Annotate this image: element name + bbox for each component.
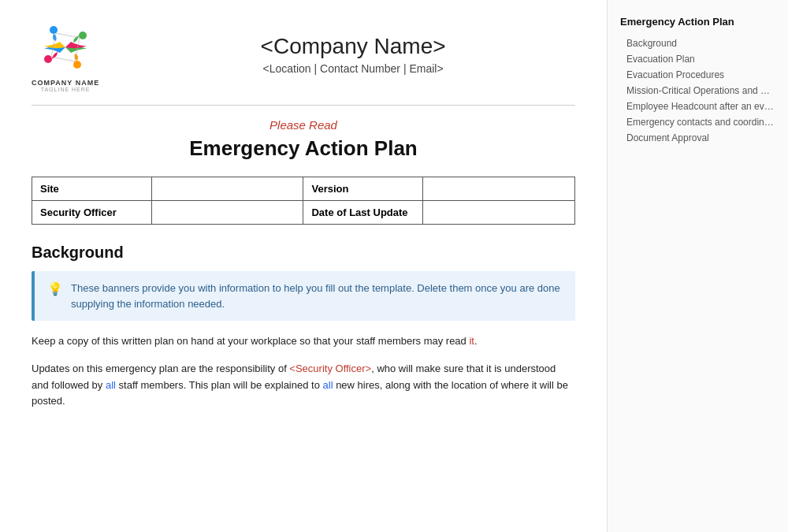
logo-company-name: COMPANY NAME [32, 79, 99, 87]
please-read-label: Please Read [32, 118, 575, 132]
table-row-2: Security Officer Date of Last Update [32, 201, 575, 225]
background-section-title: Background [32, 244, 575, 262]
svg-line-4 [56, 33, 80, 38]
sidebar-item-evacuation-plan[interactable]: Evacuation Plan [620, 51, 775, 67]
version-value [423, 177, 575, 201]
svg-line-6 [51, 57, 75, 61]
all-highlight-1: all [106, 379, 116, 391]
it-link: it [469, 335, 474, 347]
sidebar-item-background[interactable]: Background [620, 35, 775, 51]
background-para2: Updates on this emergency plan are the r… [32, 361, 575, 410]
sidebar-item-evacuation-procedures[interactable]: Evacuation Procedures [620, 67, 775, 83]
last-update-label: Date of Last Update [303, 201, 423, 225]
main-content: COMPANY NAME TAGLINE HERE <Company Name>… [0, 0, 607, 532]
info-banner: 💡 These banners provide you with informa… [32, 271, 575, 321]
security-officer-value [151, 201, 303, 225]
bulb-icon: 💡 [47, 281, 63, 296]
document-info-table: Site Version Security Officer Date of La… [32, 177, 575, 225]
banner-text: These banners provide you with informati… [71, 281, 563, 311]
company-info: <Company Name> <Location | Contact Numbe… [131, 34, 575, 75]
sidebar-title: Emergency Action Plan [620, 16, 775, 28]
table-row-1: Site Version [32, 177, 575, 201]
version-label: Version [303, 177, 423, 201]
sidebar-item-document-approval[interactable]: Document Approval [620, 130, 775, 146]
sidebar: Emergency Action Plan Background Evacuat… [607, 0, 788, 532]
company-name-heading: <Company Name> [131, 34, 575, 59]
sidebar-item-emergency-contacts[interactable]: Emergency contacts and coordinators [620, 114, 775, 130]
company-logo [34, 16, 97, 79]
header-divider [32, 105, 575, 106]
site-label: Site [32, 177, 152, 201]
logo-tagline: TAGLINE HERE [41, 87, 91, 92]
security-officer-label: Security Officer [32, 201, 152, 225]
security-officer-highlight: <Security Officer> [289, 363, 371, 374]
logo-area: COMPANY NAME TAGLINE HERE [32, 16, 99, 92]
sidebar-item-mission-critical[interactable]: Mission-Critical Operations and Work... [620, 83, 775, 99]
background-para1: Keep a copy of this written plan on hand… [32, 333, 575, 350]
site-value [151, 177, 303, 201]
company-details: <Location | Contact Number | Email> [131, 62, 575, 75]
document-title: Emergency Action Plan [32, 136, 575, 161]
all-highlight-2: all [323, 379, 333, 391]
document-header: COMPANY NAME TAGLINE HERE <Company Name>… [32, 16, 575, 92]
sidebar-item-employee-headcount[interactable]: Employee Headcount after an evacua... [620, 99, 775, 114]
last-update-value [423, 201, 575, 225]
